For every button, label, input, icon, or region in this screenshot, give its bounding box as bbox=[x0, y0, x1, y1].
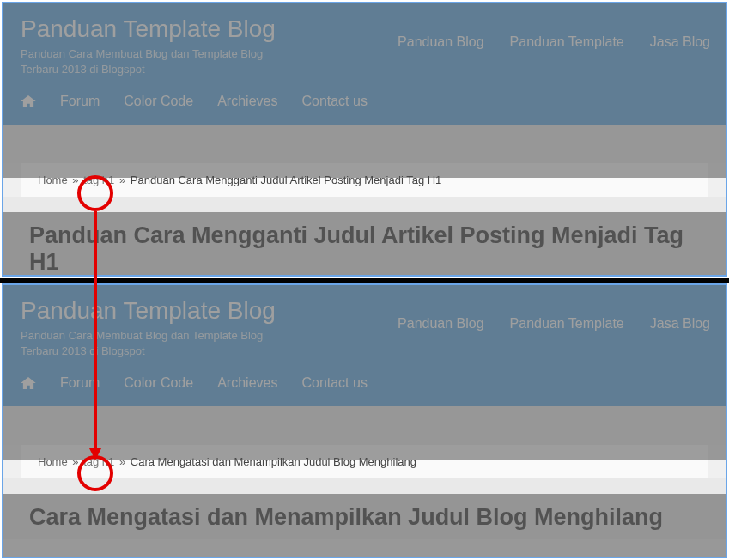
dim-shade-upper bbox=[3, 285, 726, 460]
dim-shade-upper bbox=[3, 3, 726, 178]
screenshot-panel-bottom: Panduan Template Blog Panduan Cara Membu… bbox=[2, 283, 727, 558]
screenshot-panel-top: Panduan Template Blog Panduan Cara Membu… bbox=[2, 2, 727, 277]
dim-shade-lower bbox=[3, 494, 726, 557]
comparison-stage: Panduan Template Blog Panduan Cara Membu… bbox=[0, 0, 729, 560]
dim-shade-lower bbox=[3, 212, 726, 275]
